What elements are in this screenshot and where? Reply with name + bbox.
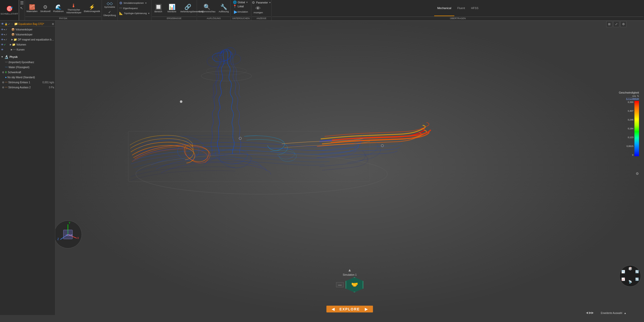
schwerkraft-icon: ⬇ — [5, 71, 7, 74]
check4-icon[interactable]: ✓ — [4, 43, 6, 46]
legend-sort-icon[interactable]: ⇅ — [637, 95, 639, 97]
svg-text:🔃: 🔃 — [635, 277, 639, 281]
tab-fluent[interactable]: Fluent — [454, 1, 468, 16]
viewport[interactable]: Y X Z HOME ⊞ ⤢ ⚙ Geschwindigkeit m/s — [55, 21, 644, 315]
erweiterte-expand-icon: ▲ — [624, 312, 626, 314]
sim-hex-icon[interactable]: 🤝 — [346, 277, 363, 292]
symmetrie-icon: ◇◇ — [107, 1, 113, 6]
auslass-icon: 〰 — [5, 86, 8, 89]
hamburger-icon[interactable]: ☰ — [20, 1, 24, 5]
tree-item-vk2[interactable]: 👁 ● ✓ 📦 Volumenkörper — [0, 32, 55, 37]
simulation-run-btn[interactable]: ▶ Simulation — [233, 9, 249, 15]
eye1-icon[interactable]: 👁 — [1, 28, 4, 31]
strukturell-btn[interactable]: ⚙ Strukturell — [39, 4, 52, 13]
legend-val-6: 0 — [626, 154, 633, 156]
vp-icon-settings[interactable]: ⚙ — [620, 21, 626, 27]
elektromagnetik-icon: ⚡ — [89, 4, 95, 10]
tree-item-dp[interactable]: 👁 ● ✓ ▶ 📁 DP magnet and equalization bag… — [0, 37, 55, 42]
box2-icon: 📦 — [11, 33, 15, 36]
tree-item-noslip[interactable]: ● No slip Wand (Standard) — [0, 75, 55, 80]
project-settings-icon[interactable]: ⚙ — [52, 23, 54, 25]
groessenvorschau-btn[interactable]: 🔍 Größenvorschau — [197, 3, 216, 14]
topologie-dropdown-icon[interactable]: ▼ — [148, 12, 150, 15]
tree-item-auslass[interactable]: ⚙ 〰 Strömung Auslass 2 0 Pa — [0, 85, 55, 90]
anzeigen-label: Anzeigen — [254, 11, 263, 14]
tree-item-vk1[interactable]: 👁 ● ✓ 📦 Volumenkörper — [0, 27, 55, 32]
svg-text:🔄: 🔄 — [635, 270, 639, 273]
legend-gear-icon[interactable]: ⚙ — [636, 172, 639, 176]
einlass-value: 0,001 kg/s — [43, 81, 54, 84]
expand3-icon[interactable]: ▶ — [11, 38, 13, 41]
legend-val-5: 0,0615 — [626, 145, 633, 147]
expand5-icon[interactable]: ▶ — [11, 48, 13, 51]
tree-label-vk2: Volumenkörper — [16, 33, 54, 36]
eye-all-icon[interactable]: 👁 — [1, 22, 4, 26]
ueberpruefung-btn[interactable]: ✓ Überprüfung — [102, 10, 117, 17]
verbindung-btn[interactable]: 🔗 Verbindungsbewertung — [179, 3, 196, 14]
legend-axes[interactable]: X Y Z Betrag — [626, 97, 639, 100]
aufloesung-btn[interactable]: 🔧 Auflösung — [217, 3, 230, 14]
eigenfrequenz-btn[interactable]: 〰 Eigenfrequenz — [118, 6, 139, 11]
symmetrie-btn[interactable]: ◇◇ Symmetrie — [103, 1, 116, 9]
quickstart-icon: 🎯 — [6, 6, 13, 12]
bottom-left-arrow[interactable]: ◀ — [586, 311, 588, 314]
lokal-icon: 📍 — [233, 5, 237, 8]
check2-icon[interactable]: ✓ — [5, 33, 7, 36]
anzeigen-btn[interactable]: 👁 Anzeigen — [252, 5, 264, 15]
anzeige-section: ⚙ Parameter ▼ 👁 Anzeigen ANZEIGE — [251, 0, 272, 20]
bereich-btn[interactable]: 🔲 Bereich — [152, 3, 165, 14]
erweiterte-auswahl-btn[interactable]: Erweiterte Auswahl ▲ — [601, 312, 626, 314]
thermischer-btn[interactable]: 🌡 Thermischer Volumenkörper — [65, 2, 82, 15]
ueberpruefung-icon: ✓ — [108, 10, 111, 14]
simulationsoptionen-btn[interactable]: ⚙ Simulationsoptionen ▼ — [118, 1, 148, 6]
anzeige-label: ANZEIGE — [252, 17, 271, 20]
check-all-icon[interactable]: ✓ — [8, 23, 10, 25]
global-dropdown[interactable]: ▼ — [246, 1, 248, 4]
fluidstrom-btn[interactable]: 🌊 Fluidstrom — [52, 4, 65, 13]
more-icon[interactable]: ⋯ — [11, 23, 13, 25]
tree-label-dp: DP magnet and equalization bag c... — [18, 38, 54, 41]
tab-mechanical[interactable]: Mechanical — [434, 1, 454, 16]
tab-hfss[interactable]: HFSS — [468, 1, 481, 16]
cursor-icon[interactable]: ↖ — [20, 6, 24, 10]
elektromagnetik-btn[interactable]: ⚡ Elektromagnetik — [83, 4, 101, 13]
check1-icon[interactable]: ✓ — [5, 28, 7, 31]
simopt-dropdown-icon[interactable]: ▼ — [145, 2, 147, 4]
explore-right-arrow[interactable]: ▶ — [365, 307, 368, 311]
physik-header[interactable]: ▼ 🔬 Physik — [0, 54, 55, 60]
vp-icon-split[interactable]: ⊞ — [606, 21, 612, 27]
strukturell-label: Strukturell — [40, 10, 51, 13]
tree-label-kurven: Kurven — [17, 48, 54, 51]
expand4-icon[interactable]: ▶ — [10, 43, 12, 46]
anzeigen-icon: 👁 — [256, 6, 261, 11]
eye2-icon[interactable]: 👁 — [1, 33, 4, 36]
uebertragen-section: Mechanical Fluent HFSS ÜBERTRAGEN — [272, 0, 644, 20]
tree-label-auslass: Strömung Auslass 2 — [8, 86, 48, 89]
tree-item-volumen[interactable]: 👁 ✓ ▶ 📁 Volumen — [0, 42, 55, 47]
tree-item-epoxid[interactable]: 〰 (Importiert) Epoxidharz — [0, 60, 55, 65]
check3-icon[interactable]: ✓ — [5, 38, 7, 41]
thermischer-label: Thermischer Volumenkörper — [66, 9, 81, 14]
bottom-right-arrow[interactable]: ▶▶ — [589, 311, 594, 314]
eye5-icon[interactable]: 👁 — [1, 48, 4, 51]
legend-val-4: 0,123 — [626, 136, 633, 139]
explore-left-arrow[interactable]: ◀ — [332, 307, 335, 311]
physik-expand-icon[interactable]: ▼ — [1, 56, 3, 58]
tree-item-schwerkraft[interactable]: ⚙ ⬇ Schwerkraft — [0, 70, 55, 75]
vp-icon-expand[interactable]: ⤢ — [613, 21, 619, 27]
parameter-dropdown[interactable]: ▼ — [269, 2, 271, 4]
eye4-icon[interactable]: 👁 — [1, 43, 4, 46]
tree-item-water[interactable]: 〰 Water (Flüssigkeit) — [0, 65, 55, 70]
eye3-icon[interactable]: 👁 — [1, 38, 4, 41]
legend-val-0: 0,369 — [626, 101, 633, 103]
lock-all-icon[interactable]: 🔒 — [5, 23, 8, 25]
topologie-btn[interactable]: 📐 Topologie-Optimierung ▼ — [118, 11, 151, 16]
tree-item-kurven[interactable]: 👁 ▶ 〰 Kurven — [0, 47, 55, 52]
tree-item-einlass[interactable]: ⚙ 〰 Strömung Einlass 1 0,001 kg/s — [0, 80, 55, 85]
materialien-btn[interactable]: 🧱 Materialien — [25, 4, 38, 13]
sim-minus-btn[interactable]: — — [336, 282, 344, 287]
project-icon: 📁 — [14, 22, 18, 26]
monitore-btn[interactable]: 📊 Monitore — [166, 3, 178, 14]
bottom-right-tools: 🎲 🔄 🔃 📡 📈 📉 — [619, 265, 641, 287]
legend-title: Geschwindigkeit — [619, 91, 639, 94]
